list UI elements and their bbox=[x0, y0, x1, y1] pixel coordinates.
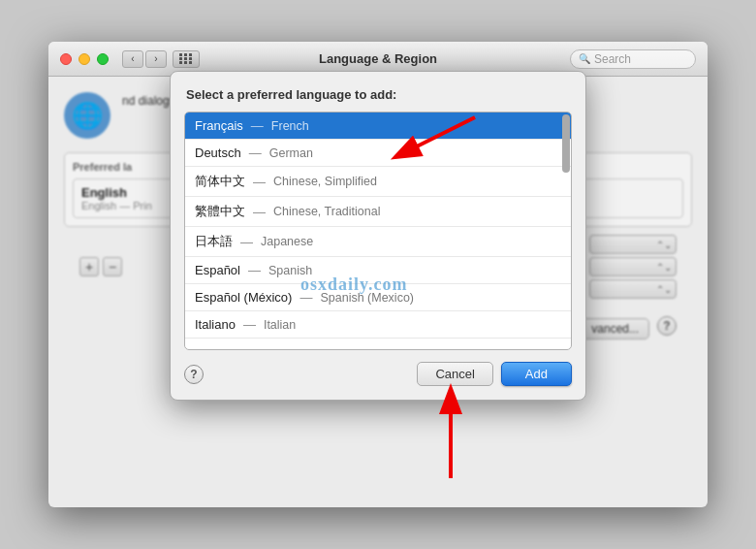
modal-title: Select a preferred language to add: bbox=[171, 72, 585, 112]
language-list-item[interactable]: 繁體中文 — Chinese, Traditional bbox=[185, 197, 571, 227]
language-list-container: Français — FrenchDeutsch — German简体中文 — … bbox=[184, 112, 572, 350]
language-picker-modal: Select a preferred language to add: Fran… bbox=[170, 71, 586, 401]
language-list-item[interactable]: Nederlands — Dutch bbox=[185, 339, 571, 345]
language-list-item[interactable]: 简体中文 — Chinese, Simplified bbox=[185, 167, 571, 197]
language-list-item[interactable]: 日本語 — Japanese bbox=[185, 227, 571, 257]
cancel-button[interactable]: Cancel bbox=[417, 362, 492, 386]
modal-help-button[interactable]: ? bbox=[184, 365, 204, 384]
language-list: Français — FrenchDeutsch — German简体中文 — … bbox=[185, 113, 571, 345]
add-button[interactable]: Add bbox=[501, 362, 572, 386]
modal-overlay: Select a preferred language to add: Fran… bbox=[48, 42, 708, 507]
language-list-item[interactable]: Deutsch — German bbox=[185, 140, 571, 167]
language-list-item[interactable]: Français — French bbox=[185, 113, 571, 140]
scrollbar[interactable] bbox=[562, 114, 570, 173]
lang-list-wrapper: Français — FrenchDeutsch — German简体中文 — … bbox=[185, 113, 571, 345]
main-window: ‹ › Language & Region 🔍 Search 🌐 nd dial… bbox=[48, 42, 708, 507]
language-list-item[interactable]: Español — Spanish bbox=[185, 257, 571, 284]
language-list-item[interactable]: Italiano — Italian bbox=[185, 311, 571, 339]
modal-action-buttons: Cancel Add bbox=[417, 362, 572, 386]
modal-buttons: ? Cancel Add bbox=[171, 350, 585, 400]
language-list-item[interactable]: Español (México) — Spanish (Mexico) bbox=[185, 284, 571, 311]
